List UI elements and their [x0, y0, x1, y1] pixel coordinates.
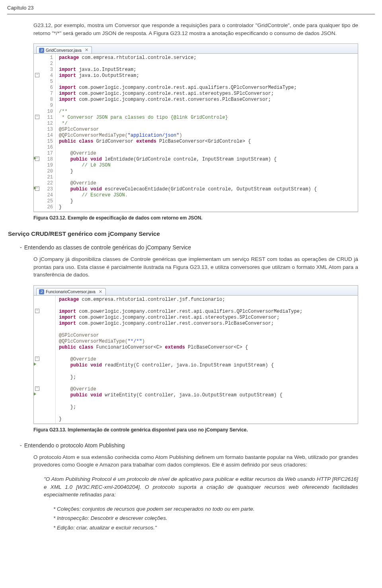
editor-tab-label: FuncionarioConversor.java — [46, 289, 96, 294]
code-line: import com.powerlogic.jcompany.controle.… — [59, 97, 317, 103]
java-file-icon: J — [39, 289, 44, 294]
code-line: @Override — [59, 386, 302, 392]
code-line: import com.powerlogic.jcompany.controlle… — [59, 321, 302, 327]
code-line — [59, 327, 302, 333]
section-title: Serviço CRUD/REST genérico com jCompany … — [8, 230, 358, 237]
code-line: * Conversor JSON para classes do tipo {@… — [59, 115, 317, 121]
quote-definition: "O Atom Publishing Protocol é um protoco… — [44, 475, 358, 499]
code-line: import java.io.InputStream; — [59, 67, 317, 73]
code-line: import com.powerlogic.jcompany.controle.… — [59, 91, 317, 97]
code-line: public void writeEntity(C controller, ja… — [59, 392, 302, 398]
code-line: } — [59, 416, 302, 422]
editor-tab-bar: J FuncionarioConversor.java ✕ — [34, 286, 358, 296]
paragraph-classes: O jCompany já disponibiliza classes de C… — [33, 255, 358, 279]
code-line — [59, 368, 302, 374]
quote-list-item: * Coleções: conjuntos de recursos que po… — [53, 505, 358, 513]
close-icon[interactable]: ✕ — [85, 47, 88, 53]
editor-tab-label: GridConversor.java — [46, 48, 82, 53]
page-body: G23.12, por exemplo, mostra um Conversor… — [0, 22, 382, 545]
code-line: package com.empresa.rhtutorial.controle.… — [59, 55, 317, 61]
code-line: }; — [59, 404, 302, 410]
code-line: } — [59, 169, 317, 174]
code-line: @Override — [59, 151, 317, 157]
subsection-title-2: -Entendendo o protocolo Atom Publishing — [20, 442, 358, 449]
header-divider — [7, 14, 375, 14]
code-line: import com.powerlogic.jcompany.controle.… — [59, 85, 317, 91]
code-line: }; — [59, 374, 302, 380]
code-line: */ — [59, 121, 317, 127]
code-line — [59, 380, 302, 386]
code-line: public void escreveColecaoEntidade(GridC… — [59, 186, 317, 192]
java-file-icon: J — [39, 48, 44, 53]
code-line: public void readEntity(C controller, jav… — [59, 363, 302, 368]
code-line — [59, 145, 317, 151]
code-line: } — [59, 198, 317, 204]
code-line: @QPlcConversorMediaType("*/*") — [59, 339, 302, 345]
figure-caption-1: Figura G23.12. Exemplo de especificação … — [33, 215, 358, 221]
quote-list-item: * Introspecção: Descobrir e descrever co… — [53, 514, 358, 522]
editor-tab-bar: J GridConversor.java ✕ — [34, 44, 358, 54]
code-line: import java.io.OutputStream; — [59, 73, 317, 79]
code-line: public class GridConversor extends PlcBa… — [59, 139, 317, 145]
editor-tab[interactable]: J FuncionarioConversor.java ✕ — [36, 288, 106, 295]
quote-list-item: * Edição: criar, atualizar e excluir rec… — [53, 524, 358, 532]
code-line: // Escreve JSON. — [59, 192, 317, 198]
code-line — [59, 398, 302, 404]
code-line: @Override — [59, 357, 302, 363]
code-line: public class FuncionarioConversor<C> ext… — [59, 345, 302, 351]
code-line: } — [59, 204, 317, 210]
subsection-title-1: -Entendendo as classes de controle genér… — [20, 244, 358, 251]
code-line: @QPlcConversorMediaType("application/jso… — [59, 133, 317, 139]
code-line: @SPlcConversor — [59, 333, 302, 339]
code-line — [59, 103, 317, 109]
chapter-label: Capítulo 23 — [0, 0, 382, 14]
code-line: /** — [59, 109, 317, 115]
code-line: package com.empresa.rhtutorial.controlle… — [59, 297, 302, 303]
code-line — [59, 79, 317, 85]
paragraph-atom: O protocolo Atom e sua extensão conhecid… — [33, 453, 358, 469]
code-editor-gridconversor: J GridConversor.java ✕ 123−45678910−1112… — [33, 43, 358, 212]
code-line — [59, 61, 317, 67]
code-line: @Override — [59, 180, 317, 186]
code-line — [59, 410, 302, 416]
code-line — [59, 303, 302, 309]
code-line — [59, 351, 302, 357]
paragraph-intro: G23.12, por exemplo, mostra um Conversor… — [33, 22, 358, 37]
figure-caption-2: Figura G23.13. Implementação de controle… — [33, 427, 358, 433]
code-line: public void leEntidade(GridControle cont… — [59, 157, 317, 163]
code-line: @SPlcConversor — [59, 127, 317, 133]
editor-tab[interactable]: J GridConversor.java ✕ — [36, 46, 92, 53]
code-line — [59, 174, 317, 180]
close-icon[interactable]: ✕ — [99, 289, 102, 295]
code-line: import com.powerlogic.jcompany.controlle… — [59, 309, 302, 315]
code-line: import com.powerlogic.jcompany.controlle… — [59, 315, 302, 321]
code-editor-funcionarioconversor: J FuncionarioConversor.java ✕ −−−package… — [33, 285, 358, 424]
code-line: // Lê JSON — [59, 163, 317, 169]
